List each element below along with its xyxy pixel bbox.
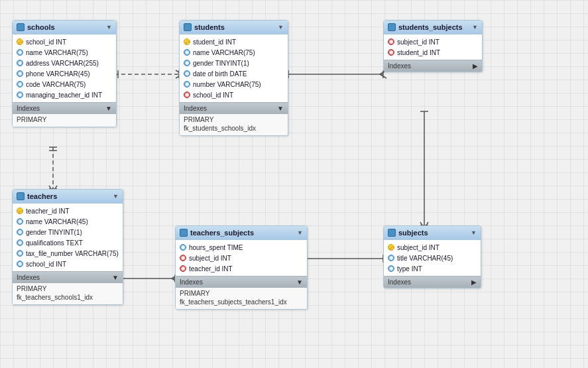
regular-icon: ◉	[17, 218, 23, 225]
regular-icon: ◉	[388, 265, 394, 272]
table-schools-icon	[17, 23, 25, 31]
field-row: ◉ gender TINYINT(1)	[13, 227, 123, 237]
field-row: ◉ number VARCHAR(75)	[180, 79, 288, 90]
index-row: PRIMARY	[184, 115, 284, 124]
regular-icon: ◉	[17, 239, 23, 246]
table-teachers-subjects: teachers_subjects ▼ ◉ hours_spent TIME ◉…	[175, 225, 308, 310]
field-name: type INT	[397, 265, 422, 273]
index-row: PRIMARY	[17, 115, 112, 124]
indexes-label: Indexes	[388, 62, 411, 70]
table-students-subjects: students_subjects ▼ ◉ subject_id INT ◉ s…	[383, 20, 483, 72]
table-students-header[interactable]: students ▼	[180, 21, 288, 34]
table-teachers-subjects-indexes-content: PRIMARY fk_teachers_subjects_teachers1_i…	[176, 288, 307, 309]
field-name: subject_id INT	[397, 244, 440, 251]
indexes-arrow: ▼	[112, 274, 119, 281]
field-name: code VARCHAR(75)	[26, 81, 86, 88]
table-subjects-indexes-header[interactable]: Indexes ▶	[384, 276, 481, 288]
table-students-subjects-title: students_subjects	[398, 23, 469, 31]
regular-icon: ◉	[17, 60, 23, 66]
indexes-arrow: ▼	[105, 105, 112, 112]
table-schools-title: schools	[27, 23, 103, 31]
indexes-arrow: ▼	[296, 278, 303, 286]
table-teachers-subjects-title: teachers_subjects	[190, 229, 294, 237]
field-row: 🔑 student_id INT	[180, 36, 288, 47]
table-teachers-indexes-header[interactable]: Indexes ▼	[13, 271, 123, 283]
indexes-label: Indexes	[180, 278, 203, 286]
svg-line-11	[380, 74, 386, 78]
table-students-arrow: ▼	[278, 24, 284, 31]
regular-icon: ◉	[184, 49, 190, 56]
table-schools: schools ▼ 🔑 school_id INT ◉ name VARCHAR…	[12, 20, 117, 127]
fk-icon: ◉	[388, 49, 394, 56]
table-schools-fields: 🔑 school_id INT ◉ name VARCHAR(75) ◉ add…	[13, 34, 116, 102]
table-schools-header[interactable]: schools ▼	[13, 21, 116, 34]
table-students-title: students	[194, 23, 275, 31]
table-teachers-arrow: ▼	[113, 193, 119, 200]
field-name: address VARCHAR(255)	[26, 60, 99, 67]
table-teachers-subjects-icon	[180, 229, 188, 237]
table-students-subjects-icon	[388, 23, 396, 31]
field-row: 🔑 school_id INT	[13, 36, 116, 47]
index-row: PRIMARY	[180, 289, 303, 298]
table-subjects-icon	[388, 229, 396, 237]
field-row: ◉ code VARCHAR(75)	[13, 79, 116, 90]
table-students-subjects-indexes-header[interactable]: Indexes ▶	[384, 60, 482, 72]
table-students-subjects-fields: ◉ subject_id INT ◉ student_id INT	[384, 34, 482, 60]
indexes-arrow: ▶	[471, 278, 477, 286]
table-students-subjects-header[interactable]: students_subjects ▼	[384, 21, 482, 34]
field-row: ◉ subject_id INT	[384, 36, 482, 47]
field-name: name VARCHAR(75)	[26, 49, 88, 56]
table-subjects-header[interactable]: subjects ▼	[384, 226, 481, 240]
field-name: school_id INT	[193, 92, 233, 99]
field-name: name VARCHAR(75)	[193, 49, 255, 56]
field-row: ◉ title VARCHAR(45)	[384, 253, 481, 263]
field-row: ◉ hours_spent TIME	[176, 242, 307, 253]
table-teachers-subjects-header[interactable]: teachers_subjects ▼	[176, 226, 307, 240]
indexes-label: Indexes	[388, 278, 411, 286]
table-subjects-fields: 🔑 subject_id INT ◉ title VARCHAR(45) ◉ t…	[384, 240, 481, 276]
regular-icon: ◉	[184, 81, 190, 88]
table-schools-indexes-content: PRIMARY	[13, 114, 116, 127]
fk-icon: ◉	[184, 92, 190, 98]
field-name: date of birth DATE	[193, 70, 247, 78]
field-row: ◉ tax_file_number VARCHAR(75)	[13, 248, 123, 259]
field-row: ◉ qualifications TEXT	[13, 237, 123, 248]
table-subjects: subjects ▼ 🔑 subject_id INT ◉ title VARC…	[383, 225, 481, 288]
field-row: ◉ name VARCHAR(75)	[180, 47, 288, 58]
regular-icon: ◉	[184, 70, 190, 77]
table-teachers-header[interactable]: teachers ▼	[13, 190, 123, 204]
table-teachers-subjects-indexes-header[interactable]: Indexes ▼	[176, 276, 307, 288]
field-name: school_id INT	[26, 261, 66, 268]
index-row: fk_students_schools_idx	[184, 124, 284, 133]
table-schools-indexes-header[interactable]: Indexes ▼	[13, 102, 116, 114]
field-name: name VARCHAR(45)	[26, 218, 88, 225]
table-students-indexes-header[interactable]: Indexes ▼	[180, 102, 288, 114]
key-icon: 🔑	[184, 38, 190, 45]
field-name: title VARCHAR(45)	[397, 255, 453, 262]
table-teachers-subjects-fields: ◉ hours_spent TIME ◉ subject_id INT ◉ te…	[176, 240, 307, 276]
fk-icon: ◉	[180, 265, 186, 272]
table-teachers: teachers ▼ 🔑 teacher_id INT ◉ name VARCH…	[12, 189, 123, 305]
field-name: managing_teacher_id INT	[26, 92, 102, 99]
field-row: ◉ name VARCHAR(45)	[13, 216, 123, 227]
field-name: student_id INT	[397, 49, 440, 56]
table-subjects-arrow: ▼	[471, 229, 477, 236]
regular-icon: ◉	[17, 250, 23, 257]
field-name: student_id INT	[193, 38, 236, 46]
regular-icon: ◉	[388, 255, 394, 261]
fk-icon: ◉	[388, 38, 394, 45]
fk-icon: ◉	[180, 255, 186, 261]
key-icon: 🔑	[17, 38, 23, 45]
index-row: PRIMARY	[17, 284, 119, 293]
indexes-arrow: ▼	[277, 105, 284, 112]
indexes-label: Indexes	[17, 105, 40, 112]
field-row: ◉ subject_id INT	[176, 253, 307, 263]
table-students-fields: 🔑 student_id INT ◉ name VARCHAR(75) ◉ ge…	[180, 34, 288, 102]
field-row: ◉ school_id INT	[13, 259, 123, 269]
table-teachers-subjects-arrow: ▼	[297, 229, 303, 236]
table-teachers-title: teachers	[27, 192, 110, 200]
indexes-arrow: ▶	[473, 62, 478, 70]
key-icon: 🔑	[17, 208, 23, 214]
regular-icon: ◉	[17, 70, 23, 77]
regular-icon: ◉	[17, 261, 23, 267]
